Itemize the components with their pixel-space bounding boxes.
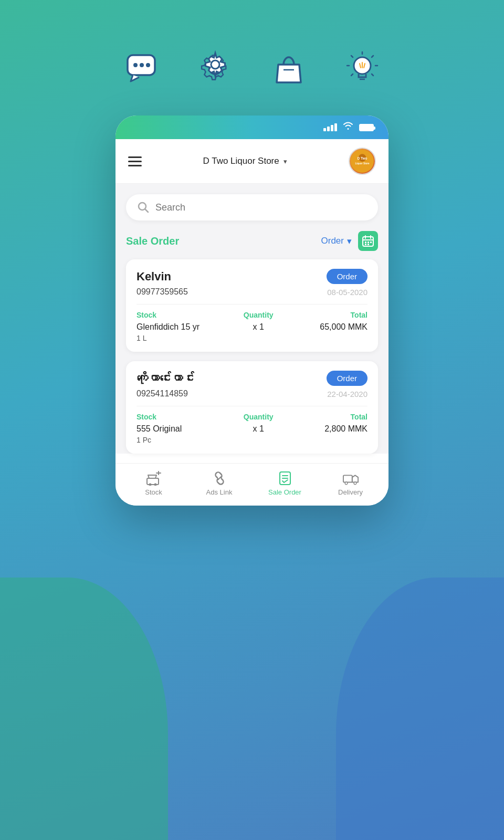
nav-item-delivery[interactable]: Delivery	[318, 471, 383, 496]
svg-point-1	[133, 63, 138, 67]
phone-frame: D Two Liquor Store ▾ D Two Liquor Store	[116, 116, 388, 506]
search-input[interactable]	[155, 202, 366, 213]
card-cols-1: Stock 555 Original 1 Pc Quantity x 1 Tot…	[136, 413, 368, 444]
store-name: D Two Liquor Store ▾	[203, 155, 288, 167]
phone-0: 09977359565	[136, 287, 188, 297]
total-label-0: Total	[290, 311, 368, 319]
qty-col-0: Quantity x 1	[226, 311, 290, 332]
stock-unit-0: 1 L	[136, 334, 226, 342]
signal-bar-4	[334, 123, 337, 131]
svg-rect-34	[370, 242, 372, 243]
card-cols-0: Stock Glenfiddich 15 yr 1 L Quantity x 1…	[136, 311, 368, 342]
section-title: Sale Order	[126, 235, 179, 247]
stock-col-0: Stock Glenfiddich 15 yr 1 L	[136, 311, 226, 342]
svg-rect-33	[368, 244, 369, 245]
total-value-1: 2,800 MMK	[290, 424, 368, 434]
nav-label-sale-order: Sale Order	[268, 488, 301, 496]
bag-icon	[268, 47, 310, 89]
nav-item-ads-link[interactable]: Ads Link	[186, 471, 252, 496]
sale-order-nav-icon	[277, 471, 293, 486]
order-badge-0[interactable]: Order	[327, 269, 368, 284]
stock-label-0: Stock	[136, 311, 226, 319]
store-name-area[interactable]: D Two Liquor Store ▾	[203, 155, 288, 167]
svg-rect-31	[368, 242, 369, 243]
signal-bar-1	[323, 128, 326, 131]
total-col-1: Total 2,800 MMK	[290, 413, 368, 434]
divider-0	[136, 304, 368, 304]
calendar-icon	[362, 235, 374, 247]
search-icon	[138, 202, 149, 213]
svg-line-16	[372, 74, 373, 76]
bg-shape-right	[336, 578, 504, 840]
nav-label-delivery: Delivery	[338, 488, 363, 496]
stock-col-1: Stock 555 Original 1 Pc	[136, 413, 226, 444]
svg-rect-32	[365, 244, 366, 245]
svg-line-43	[218, 477, 221, 480]
ads-link-nav-icon	[212, 471, 227, 486]
wifi-icon	[342, 122, 354, 133]
filter-area: Order ▾	[321, 231, 378, 251]
qty-value-0: x 1	[226, 322, 290, 332]
order-card-0[interactable]: Kelvin Order 09977359565 08-05-2020 Stoc…	[126, 259, 378, 352]
bg-shape-left	[0, 578, 168, 840]
svg-line-11	[351, 56, 353, 57]
stock-unit-1: 1 Pc	[136, 436, 226, 444]
date-1: 22-04-2020	[327, 390, 368, 398]
top-icons-row	[121, 47, 383, 89]
svg-line-12	[372, 56, 373, 57]
hamburger-menu[interactable]	[128, 156, 142, 166]
signal-bar-2	[327, 127, 330, 131]
chat-icon	[121, 47, 163, 89]
battery-icon	[359, 124, 374, 131]
nav-item-stock[interactable]: Stock	[121, 471, 186, 496]
svg-point-40	[154, 484, 156, 486]
divider-1	[136, 406, 368, 406]
svg-point-6	[211, 60, 219, 69]
status-icons	[323, 122, 374, 133]
calendar-button[interactable]	[358, 231, 378, 251]
order-badge-1[interactable]: Order	[327, 371, 368, 386]
svg-point-39	[149, 484, 151, 486]
date-0: 08-05-2020	[327, 288, 368, 297]
delivery-nav-icon	[343, 471, 359, 486]
bulb-icon	[341, 47, 383, 89]
svg-line-25	[145, 209, 149, 213]
svg-point-2	[140, 63, 144, 67]
qty-col-1: Quantity x 1	[226, 413, 290, 434]
section-header: Sale Order Order ▾	[126, 231, 378, 251]
total-value-0: 65,000 MMK	[290, 322, 368, 332]
gear-icon	[194, 47, 236, 89]
signal-bars	[323, 123, 337, 131]
order-card-1[interactable]: ကိုကောင်းကောင်း Order 09254114859 22-04-…	[126, 361, 378, 454]
stock-name-0: Glenfiddich 15 yr	[136, 322, 226, 332]
total-label-1: Total	[290, 413, 368, 421]
status-bar	[116, 116, 388, 139]
store-chevron: ▾	[284, 158, 287, 165]
qty-value-1: x 1	[226, 424, 290, 434]
filter-button[interactable]: Order ▾	[321, 236, 352, 247]
signal-bar-3	[331, 125, 333, 131]
svg-point-3	[146, 63, 150, 67]
filter-chevron: ▾	[347, 236, 352, 247]
qty-label-1: Quantity	[226, 413, 290, 421]
svg-text:D Two: D Two	[358, 156, 368, 160]
filter-label: Order	[321, 236, 344, 246]
stock-label-1: Stock	[136, 413, 226, 421]
svg-rect-35	[147, 478, 159, 485]
stock-name-1: 555 Original	[136, 424, 226, 434]
svg-line-15	[351, 74, 353, 76]
phone-1: 09254114859	[136, 389, 188, 398]
store-name-text: D Two Liquor Store	[203, 156, 279, 166]
nav-label-stock: Stock	[145, 488, 162, 496]
search-bar[interactable]	[126, 194, 378, 220]
bottom-nav: Stock Ads Link Sale Order	[116, 463, 388, 506]
app-header: D Two Liquor Store ▾ D Two Liquor Store	[116, 139, 388, 184]
svg-rect-30	[365, 242, 366, 243]
total-col-0: Total 65,000 MMK	[290, 311, 368, 332]
qty-label-0: Quantity	[226, 311, 290, 319]
svg-point-49	[354, 482, 356, 485]
nav-item-sale-order[interactable]: Sale Order	[252, 471, 318, 496]
avatar[interactable]: D Two Liquor Store	[349, 148, 376, 175]
customer-name-1: ကိုကောင်းကောင်း	[136, 372, 194, 385]
main-content: Sale Order Order ▾	[116, 184, 388, 454]
